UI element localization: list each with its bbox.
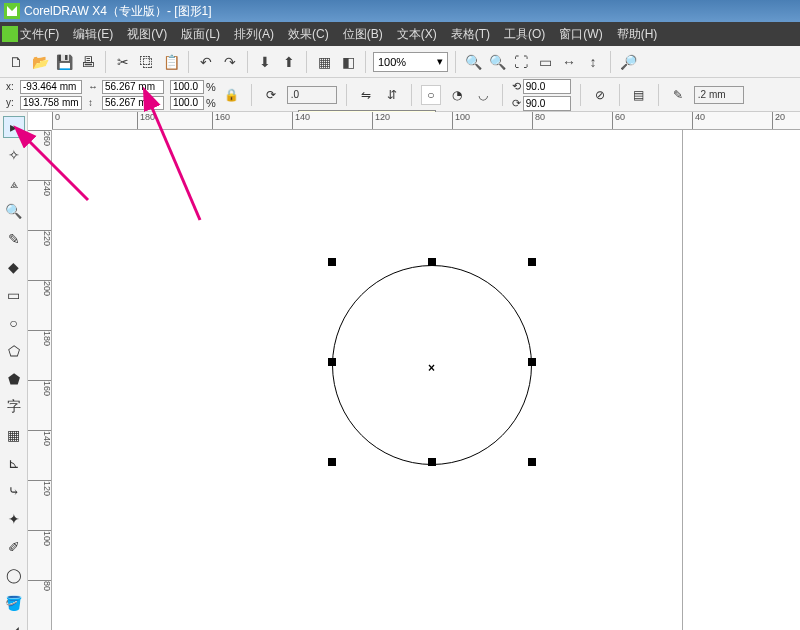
- lock-ratio-button[interactable]: 🔒: [222, 85, 242, 105]
- zoom-width-icon[interactable]: ↔: [559, 52, 579, 72]
- selection-handle[interactable]: [428, 258, 436, 266]
- ellipse-mode-button[interactable]: ○: [421, 85, 441, 105]
- export-icon[interactable]: ⬆: [279, 52, 299, 72]
- y-label: y:: [6, 97, 18, 108]
- effects-tool[interactable]: ✦: [3, 508, 25, 530]
- welcome-icon[interactable]: ◧: [338, 52, 358, 72]
- selection-handle[interactable]: [328, 258, 336, 266]
- menu-edit[interactable]: 编辑(E): [73, 26, 113, 43]
- connector-tool[interactable]: ⤷: [3, 480, 25, 502]
- separator: [251, 84, 252, 106]
- selection-handle[interactable]: [528, 358, 536, 366]
- ellipse-tool[interactable]: ○: [3, 312, 25, 334]
- menu-file[interactable]: 文件(F): [20, 26, 59, 43]
- menu-effects[interactable]: 效果(C): [288, 26, 329, 43]
- separator: [188, 51, 189, 73]
- separator: [658, 84, 659, 106]
- import-icon[interactable]: ⬇: [255, 52, 275, 72]
- copy-icon[interactable]: ⿻: [137, 52, 157, 72]
- outline-width-icon: ✎: [668, 85, 688, 105]
- print-icon[interactable]: 🖶: [78, 52, 98, 72]
- menu-help[interactable]: 帮助(H): [617, 26, 658, 43]
- menu-text[interactable]: 文本(X): [397, 26, 437, 43]
- wrap-text-button[interactable]: ▤: [629, 85, 649, 105]
- paste-icon[interactable]: 📋: [161, 52, 181, 72]
- y-position-input[interactable]: [20, 96, 82, 110]
- rotation-input[interactable]: .0: [287, 86, 337, 104]
- menubar: 文件(F) 编辑(E) 视图(V) 版面(L) 排列(A) 效果(C) 位图(B…: [0, 22, 800, 46]
- rectangle-tool[interactable]: ▭: [3, 284, 25, 306]
- height-icon: ↕: [88, 97, 100, 108]
- menu-tools[interactable]: 工具(O): [504, 26, 545, 43]
- polygon-tool[interactable]: ⬠: [3, 340, 25, 362]
- property-bar: x: y: ↔ ↕ % % 🔒 ⟳ .0 ⇋ ⇵ ○ ◔ ◡ ⟲ ⟳ ⊘ ▤ ✎…: [0, 78, 800, 112]
- save-icon[interactable]: 💾: [54, 52, 74, 72]
- outline-width-input[interactable]: .2 mm: [694, 86, 744, 104]
- menu-bitmap[interactable]: 位图(B): [343, 26, 383, 43]
- basic-shapes-tool[interactable]: ⬟: [3, 368, 25, 390]
- width-icon: ↔: [88, 81, 100, 92]
- dimension-tool[interactable]: ⊾: [3, 452, 25, 474]
- x-position-input[interactable]: [20, 80, 82, 94]
- selection-handle[interactable]: [528, 458, 536, 466]
- zoom-height-icon[interactable]: ↕: [583, 52, 603, 72]
- freehand-tool[interactable]: ✎: [3, 228, 25, 250]
- start-angle-input[interactable]: [523, 79, 571, 94]
- end-angle-input[interactable]: [523, 96, 571, 111]
- annotation-arrow: [140, 95, 220, 229]
- zoom-fit-icon[interactable]: ⛶: [511, 52, 531, 72]
- cut-icon[interactable]: ✂: [113, 52, 133, 72]
- svg-rect-1: [2, 26, 18, 42]
- open-icon[interactable]: 📂: [30, 52, 50, 72]
- zoom-value: 100%: [378, 56, 406, 68]
- arc-mode-button[interactable]: ◡: [473, 85, 493, 105]
- dropdown-icon: ▾: [437, 55, 443, 68]
- angle-group: ⟲ ⟳: [512, 79, 571, 111]
- position-group: x: y:: [6, 80, 82, 110]
- menu-window[interactable]: 窗口(W): [559, 26, 602, 43]
- app-icon: [4, 3, 20, 19]
- interactive-fill-tool[interactable]: ◢: [3, 620, 25, 630]
- selection-handle[interactable]: [428, 458, 436, 466]
- standard-toolbar: 🗋 📂 💾 🖶 ✂ ⿻ 📋 ↶ ↷ ⬇ ⬆ ▦ ◧ 100% ▾ 🔍 🔍 ⛶ ▭…: [0, 46, 800, 78]
- mirror-v-button[interactable]: ⇵: [382, 85, 402, 105]
- menu-table[interactable]: 表格(T): [451, 26, 490, 43]
- menu-layout[interactable]: 版面(L): [181, 26, 220, 43]
- x-label: x:: [6, 81, 18, 92]
- separator: [502, 84, 503, 106]
- undo-icon[interactable]: ↶: [196, 52, 216, 72]
- scale-x-input[interactable]: [170, 80, 204, 94]
- menu-view[interactable]: 视图(V): [127, 26, 167, 43]
- zoom-out-icon[interactable]: 🔍: [487, 52, 507, 72]
- outline-tool[interactable]: ◯: [3, 564, 25, 586]
- selection-handle[interactable]: [328, 358, 336, 366]
- menu-arrange[interactable]: 排列(A): [234, 26, 274, 43]
- smart-fill-tool[interactable]: ◆: [3, 256, 25, 278]
- start-angle-icon: ⟲: [512, 80, 521, 93]
- svg-line-3: [150, 103, 200, 220]
- workspace: ▸ ✧ ⟁ 🔍 ✎ ◆ ▭ ○ ⬠ ⬟ 字 ▦ ⊾ ⤷ ✦ ✐ ◯ 🪣 ◢ 01…: [0, 112, 800, 630]
- separator: [411, 84, 412, 106]
- table-tool[interactable]: ▦: [3, 424, 25, 446]
- app-launcher-icon[interactable]: ▦: [314, 52, 334, 72]
- selection-handle[interactable]: [328, 458, 336, 466]
- direction-button[interactable]: ⊘: [590, 85, 610, 105]
- svg-line-2: [26, 138, 88, 200]
- separator: [365, 51, 366, 73]
- mirror-h-button[interactable]: ⇋: [356, 85, 376, 105]
- separator: [580, 84, 581, 106]
- fill-tool[interactable]: 🪣: [3, 592, 25, 614]
- new-icon[interactable]: 🗋: [6, 52, 26, 72]
- selection-handle[interactable]: [528, 258, 536, 266]
- text-tool[interactable]: 字: [3, 396, 25, 418]
- menubar-app-icon: [2, 26, 18, 42]
- eyedropper-tool[interactable]: ✐: [3, 536, 25, 558]
- zoom-level-combo[interactable]: 100% ▾: [373, 52, 448, 72]
- search-icon[interactable]: 🔎: [618, 52, 638, 72]
- separator: [455, 51, 456, 73]
- width-input[interactable]: [102, 80, 164, 94]
- redo-icon[interactable]: ↷: [220, 52, 240, 72]
- zoom-page-icon[interactable]: ▭: [535, 52, 555, 72]
- pie-mode-button[interactable]: ◔: [447, 85, 467, 105]
- zoom-in-icon[interactable]: 🔍: [463, 52, 483, 72]
